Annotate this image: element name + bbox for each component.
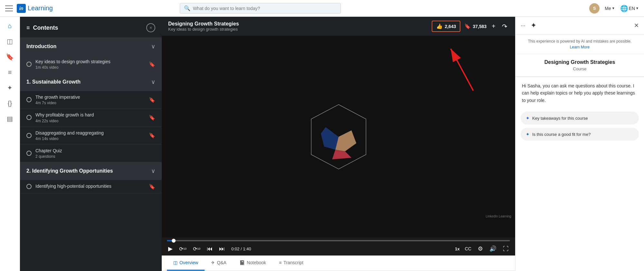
- notebook-icon: 📓: [239, 260, 245, 265]
- forward-button[interactable]: ⟳10: [192, 245, 202, 253]
- learn-more-link[interactable]: Learn More: [570, 45, 590, 49]
- lesson-item[interactable]: Disaggregating and reaggregating 4m 14s …: [20, 127, 162, 145]
- tab-overview[interactable]: ◫ Overview: [167, 256, 205, 271]
- nav-right: S Me ▼ 🌐 EN ▼: [589, 3, 639, 14]
- video-actions: 👍 2,643 🔖 37,583 + ↷: [432, 21, 509, 32]
- progress-bar[interactable]: [167, 240, 510, 241]
- speed-button[interactable]: 1x: [455, 246, 459, 251]
- chevron-down-icon: ∨: [151, 167, 155, 175]
- play-button[interactable]: ▶: [167, 245, 174, 253]
- ai-course-info: Designing Growth Strategies Course: [515, 54, 644, 77]
- search-icon: 🔍: [184, 5, 190, 11]
- app-name-label: Learning: [28, 5, 53, 12]
- bookmark-icon[interactable]: 🔖: [149, 132, 155, 138]
- bookmark-icon[interactable]: 🔖: [149, 97, 155, 103]
- tab-notebook[interactable]: 📓 Notebook: [233, 256, 273, 271]
- lesson-status-circle: [26, 97, 32, 102]
- video-header: Designing Growth Strategies Key ideas to…: [162, 17, 515, 36]
- main-content: Designing Growth Strategies Key ideas to…: [162, 17, 515, 271]
- next-chapter-button[interactable]: ⏭: [218, 245, 226, 253]
- sidebar-item-explore[interactable]: ◫: [6, 37, 14, 45]
- user-avatar: S: [589, 3, 600, 14]
- top-nav: in Learning 🔍 S Me ▼ 🌐 EN ▼: [0, 0, 644, 17]
- contents-title: ≡ Contents: [26, 25, 58, 31]
- sparkle-icon: ✦: [526, 115, 530, 121]
- chapter-identifying-growth[interactable]: 2. Identifying Growth Opportunities ∨: [20, 162, 162, 180]
- close-contents-button[interactable]: ×: [146, 23, 155, 32]
- video-controls: ▶ ⟳10 ⟳10 ⏮ ⏭ 0:02 / 1:40 1x CC ⚙ 🔊 ⛶: [162, 237, 515, 256]
- lesson-item[interactable]: Key ideas to design growth strategies 1m…: [20, 55, 162, 73]
- add-button[interactable]: +: [490, 21, 497, 31]
- left-sidebar: ⌂ ◫ 🔖 ≡ ✦ {} ▤: [0, 17, 20, 271]
- prev-chapter-button[interactable]: ⏮: [206, 245, 214, 253]
- ai-panel-header: ··· ✦ ✕: [515, 17, 644, 35]
- like-button[interactable]: 👍 2,643: [432, 21, 460, 32]
- chapter-sustainable-growth[interactable]: 1. Sustainable Growth ∨: [20, 73, 162, 91]
- ai-sparkle-icon: ✦: [531, 21, 536, 30]
- sparkle-icon: ✦: [526, 132, 530, 137]
- ai-suggestion-takeaways[interactable]: ✦ Key takeaways for this course: [521, 112, 639, 125]
- bookmark-icon[interactable]: 🔖: [149, 184, 155, 190]
- transcript-icon: ≡: [279, 260, 282, 265]
- li-icon: in: [17, 4, 26, 13]
- hamburger-menu[interactable]: [5, 5, 13, 12]
- lesson-item[interactable]: The growth imperative 4m 7s video 🔖: [20, 91, 162, 109]
- video-tabs: ◫ Overview ✈ Q&A 📓 Notebook ≡ Transcript: [162, 256, 515, 271]
- contents-header: ≡ Contents ×: [20, 17, 162, 38]
- ai-course-title: Designing Growth Strategies: [522, 59, 638, 65]
- more-options-button[interactable]: ···: [521, 22, 525, 29]
- video-subtitle: Key ideas to design growth strategies: [168, 27, 432, 32]
- sidebar-item-home[interactable]: ⌂: [6, 22, 14, 30]
- video-player[interactable]: LinkedIn Learning: [162, 36, 515, 237]
- like-icon: 👍: [436, 23, 443, 29]
- chapter-introduction[interactable]: Introduction ∨: [20, 38, 162, 55]
- lesson-status-circle: [26, 151, 32, 156]
- video-graphic: [306, 101, 371, 172]
- ai-course-type: Course: [522, 66, 638, 71]
- close-ai-panel-button[interactable]: ✕: [634, 22, 639, 29]
- sidebar-item-code[interactable]: {}: [6, 99, 14, 107]
- sidebar-item-sparkle[interactable]: ✦: [6, 84, 14, 92]
- tab-transcript[interactable]: ≡ Transcript: [273, 256, 310, 271]
- chevron-down-icon: ∨: [151, 43, 155, 50]
- lesson-status-circle: [26, 115, 32, 120]
- fullscreen-button[interactable]: ⛶: [502, 245, 510, 253]
- video-title: Designing Growth Strategies: [168, 21, 432, 27]
- time-display: 0:02 / 1:40: [231, 246, 251, 251]
- volume-button[interactable]: 🔊: [488, 245, 498, 253]
- bookmark-video-icon: 🔖: [464, 23, 471, 29]
- lesson-status-circle: [26, 184, 32, 189]
- lesson-status-circle: [26, 133, 32, 138]
- ai-greeting-message: Hi Sasha, you can ask me questions about…: [515, 77, 644, 109]
- ai-disclaimer: This experience is powered by AI and mis…: [515, 35, 644, 54]
- rewind-button[interactable]: ⟳10: [178, 245, 188, 253]
- bookmark-icon[interactable]: 🔖: [149, 115, 155, 121]
- overview-icon: ◫: [173, 260, 178, 265]
- lesson-status-circle: [26, 62, 32, 67]
- sidebar-item-bookmarks[interactable]: 🔖: [6, 53, 14, 61]
- captions-button[interactable]: CC: [464, 246, 473, 252]
- sidebar-item-form[interactable]: ▤: [6, 115, 14, 123]
- linkedin-logo: in Learning: [17, 4, 53, 13]
- lesson-item[interactable]: Why profitable growth is hard 4m 22s vid…: [20, 109, 162, 126]
- language-dropdown[interactable]: 🌐 EN ▼: [620, 5, 639, 12]
- watermark: LinkedIn Learning: [485, 215, 511, 218]
- sidebar-item-list[interactable]: ≡: [6, 68, 14, 76]
- like-count: 2,643: [445, 24, 456, 29]
- list-icon-header: ≡: [26, 25, 30, 31]
- save-button[interactable]: 🔖 37,583: [464, 23, 486, 29]
- search-input[interactable]: [193, 6, 337, 11]
- settings-button[interactable]: ⚙: [476, 245, 484, 253]
- progress-dot: [172, 239, 176, 243]
- ai-suggestion-fitfor-me[interactable]: ✦ Is this course a good fit for me?: [521, 128, 639, 141]
- share-button[interactable]: ↷: [501, 21, 509, 32]
- bookmark-icon[interactable]: 🔖: [149, 61, 155, 67]
- lesson-item[interactable]: Identifying high-potential opportunities…: [20, 180, 162, 193]
- lesson-item[interactable]: Chapter Quiz 2 questions: [20, 145, 162, 162]
- search-bar[interactable]: 🔍: [180, 3, 341, 14]
- tab-qa[interactable]: ✈ Q&A: [205, 256, 233, 271]
- controls-row: ▶ ⟳10 ⟳10 ⏮ ⏭ 0:02 / 1:40 1x CC ⚙ 🔊 ⛶: [167, 245, 510, 253]
- ai-suggestions: ✦ Key takeaways for this course ✦ Is thi…: [515, 109, 644, 143]
- me-dropdown[interactable]: Me ▼: [605, 6, 615, 11]
- chevron-down-icon: ∨: [151, 78, 155, 85]
